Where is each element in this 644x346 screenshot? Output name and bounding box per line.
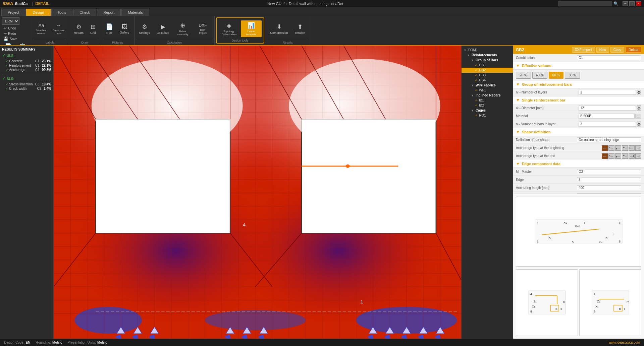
anch-end-end-button[interactable]: [629, 153, 635, 159]
scene[interactable]: 3 4 2 1: [54, 46, 461, 339]
new-icon: 📄: [5, 43, 12, 46]
topology-opt-button[interactable]: ◈ Topology Optimization: [219, 20, 239, 37]
effective-volume-section[interactable]: ▼ Effective volume: [513, 62, 644, 70]
edge-data-section[interactable]: ▼ Edge component data: [513, 160, 644, 168]
tab-materials[interactable]: Materials: [121, 9, 149, 16]
material-select[interactable]: B 500B: [579, 114, 635, 119]
svg-text:B: B: [555, 307, 557, 310]
prop-new-button[interactable]: New: [596, 47, 609, 53]
bottom-left-svg: 4 8 Z₁ X₁ Bc R: [527, 289, 567, 316]
drm-select[interactable]: DRM1: [2, 17, 19, 25]
tree-inclined-rebars[interactable]: ▼ Inclined Rebars: [462, 93, 513, 98]
anch-end-hook2-button[interactable]: [615, 153, 621, 159]
tab-tools[interactable]: Tools: [51, 9, 73, 16]
material-label: Material: [516, 114, 579, 118]
master-select[interactable]: O2: [577, 169, 641, 174]
nl-down-button[interactable]: ▼: [637, 92, 641, 95]
eff-20-button[interactable]: 20 %: [516, 72, 531, 79]
dimension-lines-button[interactable]: ↔ Dimension lines: [51, 22, 67, 36]
single-reinf-section[interactable]: ▼ Single reinforcement bar: [513, 96, 644, 104]
combination-select[interactable]: C1: [577, 55, 641, 60]
anch-begin-curve-button[interactable]: [622, 145, 628, 151]
shape-def-section[interactable]: ▼ Shape definition: [513, 128, 644, 136]
tree-GB2[interactable]: ✓ GB2: [462, 68, 513, 73]
n-bars-up-button[interactable]: ▲: [637, 122, 641, 124]
material-edit-button[interactable]: ...: [635, 114, 641, 119]
nl-up-button[interactable]: ▲: [637, 90, 641, 92]
tree-IB2[interactable]: ✓ IB2: [462, 103, 513, 108]
diameter-down-button[interactable]: ▼: [637, 108, 641, 111]
settings-button[interactable]: ⚙ Settings: [137, 22, 153, 36]
edge-select[interactable]: 3: [577, 177, 641, 182]
ribbon-pictures-section: 📄 New 🖼 Gallery Pictures: [101, 16, 135, 45]
tab-design[interactable]: Design: [26, 9, 50, 16]
new2-button[interactable]: 📄 New: [103, 22, 116, 36]
eff-80-button[interactable]: 80 %: [565, 72, 580, 79]
tree-root[interactable]: ▼ DRM1: [462, 48, 513, 53]
gallery-button[interactable]: 🖼 Gallery: [117, 22, 132, 36]
group-reinf-section[interactable]: ▼ Group of reinforcement bars: [513, 81, 644, 88]
anch-begin-end-button[interactable]: [629, 145, 635, 151]
single-reinf-title: Single reinforcement bar: [522, 98, 566, 102]
close-button[interactable]: ✕: [636, 1, 641, 6]
anch-end-straight-button[interactable]: [602, 153, 608, 159]
tension-button[interactable]: ⬆ Tension: [292, 22, 308, 36]
website-link[interactable]: www.ideastatica.com: [609, 341, 640, 344]
diameter-input[interactable]: [579, 106, 636, 111]
tree-GB3[interactable]: ✓ GB3: [462, 73, 513, 78]
new-button[interactable]: 📄 New: [2, 42, 15, 46]
tab-check[interactable]: Check: [73, 9, 96, 16]
undo-button[interactable]: ↩ Undo: [2, 25, 19, 31]
linear-analysis-button[interactable]: 📊 Linear Analysis: [241, 20, 262, 37]
search-icon: 🔍: [613, 1, 619, 6]
tree-GB4[interactable]: ✓ GB4: [462, 78, 513, 83]
wf-label: Wire Fabrics: [476, 83, 496, 87]
anch-begin-straight-button[interactable]: [602, 145, 608, 151]
copy-button[interactable]: 📋 Copy: [16, 42, 29, 46]
svg-text:X₁: X₁: [595, 305, 599, 308]
undo-group: ↩ Undo ↪ Redo 💾 Save: [2, 25, 19, 42]
rebar-assembly-button[interactable]: ⊕ Rebar assembly: [173, 20, 192, 37]
anch-end-curve-button[interactable]: [622, 153, 628, 159]
nl-input[interactable]: [579, 90, 636, 95]
anch-begin-hook1-button[interactable]: [608, 145, 614, 151]
bar-shape-select[interactable]: On outline or opening edge: [577, 137, 641, 142]
anch-end-rev-button[interactable]: [635, 153, 641, 159]
tab-project[interactable]: Project: [1, 9, 25, 16]
tree-IB1[interactable]: ✓ IB1: [462, 98, 513, 103]
prop-dxf-import-button[interactable]: DXF Import: [572, 47, 595, 53]
rebars-button[interactable]: ⚙ Rebars: [71, 22, 86, 36]
prop-copy-button[interactable]: Copy: [610, 47, 624, 53]
dxf-import-button[interactable]: DXF DXF Import: [194, 22, 212, 36]
calculate-button[interactable]: ▶ Calculate: [154, 22, 172, 36]
ribbon-calculation-label: Calculation: [137, 40, 212, 45]
redo-button[interactable]: ↪ Redo: [2, 31, 19, 36]
eff-40-button[interactable]: 40 %: [532, 72, 547, 79]
tree-wire-fabrics[interactable]: ▼ Wire Fabrics: [462, 83, 513, 88]
tree-group-of-bars[interactable]: ▼ Group of Bars: [462, 58, 513, 63]
diameter-up-button[interactable]: ▲: [637, 106, 641, 108]
n-bars-input[interactable]: [579, 122, 636, 127]
tree-WF1[interactable]: ✓ WF1: [462, 88, 513, 93]
compression-button[interactable]: ⬇ Compression: [268, 22, 291, 36]
grid-button[interactable]: ⊞ Grid: [88, 22, 99, 36]
member-names-button[interactable]: Aa Member names: [33, 22, 49, 36]
maximize-button[interactable]: □: [629, 1, 635, 6]
anch-end-hook1-button[interactable]: [608, 153, 614, 159]
search-input[interactable]: [558, 1, 612, 6]
group-reinf-title: Group of reinforcement bars: [522, 82, 572, 86]
ribbon: DRM1 ↩ Undo ↪ Redo 💾 Save 📄 Ne: [0, 16, 644, 46]
tab-report[interactable]: Report: [97, 9, 121, 16]
anchoring-length-input[interactable]: [577, 185, 641, 190]
prop-delete-button[interactable]: Delete: [626, 47, 641, 53]
eff-60-button[interactable]: 60 %: [549, 72, 564, 79]
tree-RO1[interactable]: ✓ RO1: [462, 113, 513, 118]
n-bars-down-button[interactable]: ▼: [637, 124, 641, 127]
tree-GB1[interactable]: ✓ GB1: [462, 63, 513, 68]
anch-begin-rev-button[interactable]: [635, 145, 641, 151]
tree-cages[interactable]: ▼ Cages: [462, 108, 513, 113]
tree-reinforcements[interactable]: ▼ Reinforcements: [462, 53, 513, 58]
minimize-button[interactable]: ─: [623, 1, 628, 6]
save-button[interactable]: 💾 Save: [2, 36, 19, 42]
anch-begin-hook2-button[interactable]: [615, 145, 621, 151]
